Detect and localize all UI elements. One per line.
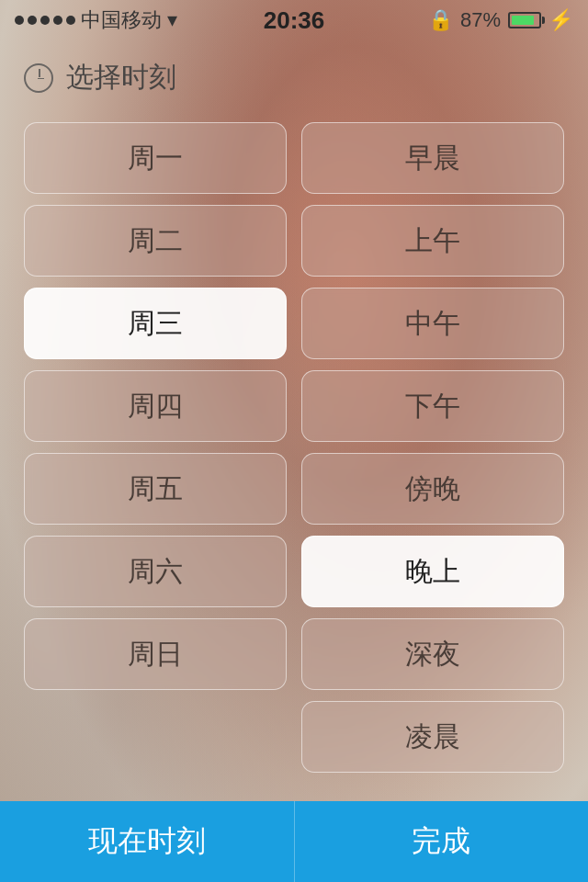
dot3 [40, 16, 50, 25]
battery-icon [508, 12, 541, 28]
signal-dots [15, 16, 75, 25]
dot2 [28, 16, 37, 25]
day-button-5[interactable]: 周六 [24, 536, 287, 607]
main-content: 选择时刻 周一周二周三周四周五周六周日 早晨上午中午下午傍晚晚上深夜凌晨 [0, 40, 588, 791]
day-button-0[interactable]: 周一 [24, 122, 287, 194]
wifi-icon: ▾ [167, 8, 177, 32]
done-button[interactable]: 完成 [295, 801, 589, 882]
left-column: 周一周二周三周四周五周六周日 [24, 122, 287, 773]
header-title: 选择时刻 [66, 59, 176, 96]
dot5 [66, 16, 75, 25]
time-button-4[interactable]: 傍晚 [301, 453, 564, 525]
day-button-4[interactable]: 周五 [24, 453, 287, 525]
day-button-1[interactable]: 周二 [24, 205, 287, 277]
dot1 [15, 16, 24, 25]
right-column: 早晨上午中午下午傍晚晚上深夜凌晨 [301, 122, 564, 773]
status-left: 中国移动 ▾ [15, 6, 177, 34]
status-bar: 中国移动 ▾ 20:36 🔒 87% ⚡ [0, 0, 588, 40]
header: 选择时刻 [24, 59, 564, 96]
battery-fill [512, 16, 534, 25]
status-right: 🔒 87% ⚡ [428, 8, 573, 32]
day-time-grid: 周一周二周三周四周五周六周日 早晨上午中午下午傍晚晚上深夜凌晨 [24, 122, 564, 773]
time-button-1[interactable]: 上午 [301, 205, 564, 277]
dot4 [53, 16, 62, 25]
time-button-6[interactable]: 深夜 [301, 618, 564, 690]
time-button-7[interactable]: 凌晨 [301, 701, 564, 773]
lock-icon: 🔒 [428, 8, 453, 32]
time-button-0[interactable]: 早晨 [301, 122, 564, 194]
bottom-bar: 现在时刻 完成 [0, 801, 588, 882]
day-button-6[interactable]: 周日 [24, 618, 287, 690]
charging-icon: ⚡ [548, 8, 573, 32]
day-button-2[interactable]: 周三 [24, 288, 287, 359]
day-button-3[interactable]: 周四 [24, 370, 287, 442]
status-time: 20:36 [264, 6, 325, 35]
clock-icon [24, 63, 53, 93]
time-button-3[interactable]: 下午 [301, 370, 564, 442]
battery-container [508, 12, 541, 28]
carrier-label: 中国移动 [81, 6, 162, 34]
now-button[interactable]: 现在时刻 [0, 801, 295, 882]
time-button-5[interactable]: 晚上 [301, 536, 564, 607]
time-button-2[interactable]: 中午 [301, 288, 564, 359]
battery-percent: 87% [460, 8, 501, 32]
